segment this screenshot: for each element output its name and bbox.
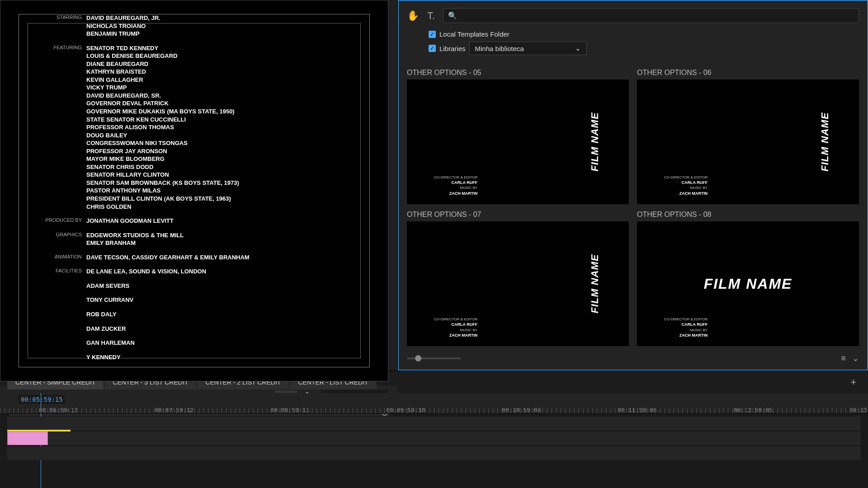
program-monitor[interactable]: STARRING DAVID BEAUREGARD, JR.NICHOLAS T…	[0, 0, 388, 381]
local-folder-checkbox[interactable]: ✓	[429, 31, 436, 38]
video-track[interactable]	[7, 432, 861, 445]
timeline-ruler[interactable]: 00:05:59:15 00:06:59:1300:07:59:1200:08:…	[0, 393, 868, 414]
chevron-down-icon: ⌄	[575, 44, 581, 52]
template-label: OTHER OPTIONS - 05	[407, 66, 629, 80]
type-tool-icon[interactable]: T.	[427, 10, 435, 22]
eg-filters: ✓ Local Templates Folder ✓ Libraries Min…	[407, 28, 859, 64]
video-track[interactable]	[7, 417, 861, 430]
template-item[interactable]: OTHER OPTIONS - 05CO-DIRECTOR & EDITORCA…	[407, 66, 629, 204]
library-dropdown[interactable]: Minha biblioteca ⌄	[469, 42, 587, 55]
video-clip[interactable]	[7, 432, 48, 445]
template-thumbnail[interactable]: CO-DIRECTOR & EDITORCARLA RUFFMUSIC BYZA…	[407, 221, 629, 346]
credits-roll: STARRING DAVID BEAUREGARD, JR.NICHOLAS T…	[14, 9, 374, 372]
template-thumbnail[interactable]: CO-DIRECTOR & EDITORCARLA RUFFMUSIC BYZA…	[407, 80, 629, 204]
libraries-label: Libraries	[439, 45, 466, 52]
template-item[interactable]: OTHER OPTIONS - 08CO-DIRECTOR & EDITORCA…	[637, 208, 859, 346]
eg-toolbar: ✋ T. 🔍	[407, 5, 859, 28]
hand-tool-icon[interactable]: ✋	[407, 10, 419, 22]
essential-graphics-panel: ✋ T. 🔍 ✓ Local Templates Folder ✓ Librar…	[398, 0, 868, 371]
template-item[interactable]: OTHER OPTIONS - 06CO-DIRECTOR & EDITORCA…	[637, 66, 859, 204]
search-icon: 🔍	[448, 11, 457, 20]
template-label: OTHER OPTIONS - 08	[637, 208, 859, 221]
video-track[interactable]	[7, 446, 861, 460]
credit-label: FEATURING	[32, 44, 82, 211]
template-search[interactable]: 🔍	[443, 8, 859, 23]
template-label: OTHER OPTIONS - 06	[637, 66, 859, 80]
template-item[interactable]: OTHER OPTIONS - 07CO-DIRECTOR & EDITORCA…	[407, 208, 629, 346]
timeline-tracks[interactable]	[0, 414, 868, 488]
template-thumbnail[interactable]: CO-DIRECTOR & EDITORCARLA RUFFMUSIC BYZA…	[637, 221, 859, 346]
credit-label: STARRING	[32, 14, 82, 38]
playhead-timecode[interactable]: 00:05:59:15	[18, 395, 66, 404]
zoom-handle[interactable]	[415, 355, 421, 361]
thumbnail-zoom-slider[interactable]	[407, 357, 461, 359]
program-monitor-panel: STARRING DAVID BEAUREGARD, JR.NICHOLAS T…	[0, 0, 398, 371]
timeline-panel: CENTER - SIMPLE CREDITCENTER - 3 LIST CR…	[0, 371, 868, 488]
sort-chevron-icon[interactable]: ⌄	[852, 353, 859, 363]
eg-footer: ≡ ⌄	[407, 348, 859, 365]
libraries-checkbox[interactable]: ✓	[429, 45, 436, 52]
local-folder-label: Local Templates Folder	[439, 30, 509, 38]
template-thumbnail[interactable]: CO-DIRECTOR & EDITORCARLA RUFFMUSIC BYZA…	[637, 80, 859, 204]
sort-icon[interactable]: ≡	[841, 354, 846, 363]
template-label: OTHER OPTIONS - 07	[407, 208, 629, 221]
new-item-icon[interactable]: +	[846, 376, 861, 388]
search-input[interactable]	[461, 12, 854, 19]
templates-grid: OTHER OPTIONS - 05CO-DIRECTOR & EDITORCA…	[407, 64, 859, 348]
